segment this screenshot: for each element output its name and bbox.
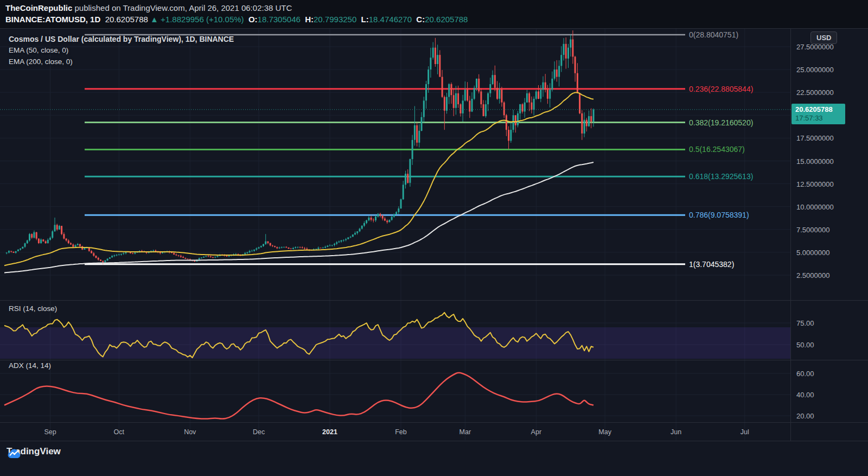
time-axis-label[interactable]: Dec bbox=[253, 428, 265, 436]
low-label: L: bbox=[361, 15, 369, 24]
time-axis-label[interactable]: Feb bbox=[395, 428, 407, 436]
open-value: 18.7305046 bbox=[258, 15, 301, 24]
adx-tick[interactable]: 40.00 bbox=[796, 391, 814, 399]
close-label: C: bbox=[416, 15, 425, 24]
publish-text: published on TradingView.com, April 26, … bbox=[72, 3, 292, 12]
time-axis-label[interactable]: Oct bbox=[114, 428, 124, 436]
time-axis-label[interactable]: Mar bbox=[459, 428, 471, 436]
price-tick[interactable]: 10.0000000 bbox=[796, 202, 834, 211]
tradingview-brand[interactable]: TradingView bbox=[7, 446, 61, 457]
price-tick[interactable]: 25.0000000 bbox=[796, 66, 834, 74]
price-tick[interactable]: 15.0000000 bbox=[796, 157, 834, 165]
fib-level-label: 0.618(13.2925613) bbox=[689, 172, 753, 181]
time-axis-label[interactable]: 2021 bbox=[322, 428, 337, 436]
ema200-legend[interactable]: EMA (200, close, 0) bbox=[9, 58, 73, 66]
ticker-symbol: BINANCE:ATOMUSD, 1D bbox=[5, 15, 100, 24]
last-price-value: 20.6205788 bbox=[795, 105, 845, 114]
adx-tick[interactable]: 20.00 bbox=[796, 412, 814, 420]
fib-level-label: 0.786(9.0758391) bbox=[689, 211, 749, 219]
price-tick[interactable]: 5.0000000 bbox=[796, 248, 829, 256]
change-arrow-icon: ▲ bbox=[150, 15, 158, 24]
price-tick[interactable]: 12.5000000 bbox=[796, 180, 834, 188]
author-name: TheCoinRepublic bbox=[5, 3, 72, 12]
fib-level-label: 0(28.8040751) bbox=[689, 30, 738, 39]
open-label: O: bbox=[248, 15, 258, 24]
candlestick-series[interactable] bbox=[6, 30, 595, 264]
time-axis-label[interactable]: May bbox=[598, 428, 611, 436]
tradingview-cloud-icon bbox=[7, 446, 22, 461]
ticker-last: 20.6205788 bbox=[105, 15, 148, 24]
rsi-tick[interactable]: 50.00 bbox=[796, 341, 814, 349]
fib-level-label: 1(3.7045382) bbox=[689, 260, 734, 269]
ema50-legend[interactable]: EMA (50, close, 0) bbox=[9, 46, 68, 54]
fib-level-label: 0.382(19.2160520) bbox=[689, 118, 753, 127]
rsi-band bbox=[0, 327, 790, 359]
rsi-tick[interactable]: 75.00 bbox=[796, 319, 814, 327]
published-chart-page: TheCoinRepublic published on TradingView… bbox=[0, 0, 868, 476]
time-axis-label[interactable]: Jul bbox=[741, 428, 749, 436]
close-value: 20.6205788 bbox=[425, 15, 468, 24]
ticker-line: BINANCE:ATOMUSD, 1D 20.6205788 ▲ +1.8829… bbox=[5, 15, 468, 24]
high-value: 20.7993250 bbox=[314, 15, 356, 24]
ticker-change: +1.8829956 (+10.05%) bbox=[161, 15, 244, 24]
price-tick[interactable]: 7.5000000 bbox=[796, 225, 829, 233]
price-tick[interactable]: 17.5000000 bbox=[796, 134, 834, 142]
time-axis-label[interactable]: Jun bbox=[671, 428, 681, 436]
symbol-legend[interactable]: Cosmos / US Dollar (calculated by Tradin… bbox=[9, 35, 234, 43]
price-tick[interactable]: 22.5000000 bbox=[796, 88, 834, 97]
fib-level-label: 0.236(22.8805844) bbox=[689, 85, 753, 93]
time-axis-label[interactable]: Nov bbox=[184, 428, 196, 436]
adx-tick[interactable]: 60.00 bbox=[796, 370, 814, 378]
vertical-gridlines bbox=[50, 29, 745, 440]
low-value: 18.4746270 bbox=[369, 15, 412, 24]
publish-info: TheCoinRepublic published on TradingView… bbox=[5, 3, 292, 12]
ema200-line[interactable] bbox=[4, 162, 593, 272]
adx-line[interactable] bbox=[4, 373, 593, 419]
high-label: H: bbox=[305, 15, 314, 24]
currency-badge[interactable]: USD bbox=[810, 31, 837, 44]
rsi-legend[interactable]: RSI (14, close) bbox=[9, 304, 57, 313]
adx-legend[interactable]: ADX (14, 14) bbox=[9, 361, 51, 370]
fib-level-label: 0.5(16.2543067) bbox=[689, 145, 745, 154]
time-axis-label[interactable]: Sep bbox=[44, 428, 56, 436]
ema50-line[interactable] bbox=[4, 93, 593, 266]
time-axis-label[interactable]: Apr bbox=[531, 428, 541, 436]
bar-countdown: 17:57:33 bbox=[795, 114, 845, 123]
price-tick[interactable]: 2.5000000 bbox=[796, 271, 829, 280]
last-price-badge: 20.6205788 17:57:33 bbox=[792, 104, 845, 124]
chart-canvas[interactable] bbox=[0, 0, 868, 476]
